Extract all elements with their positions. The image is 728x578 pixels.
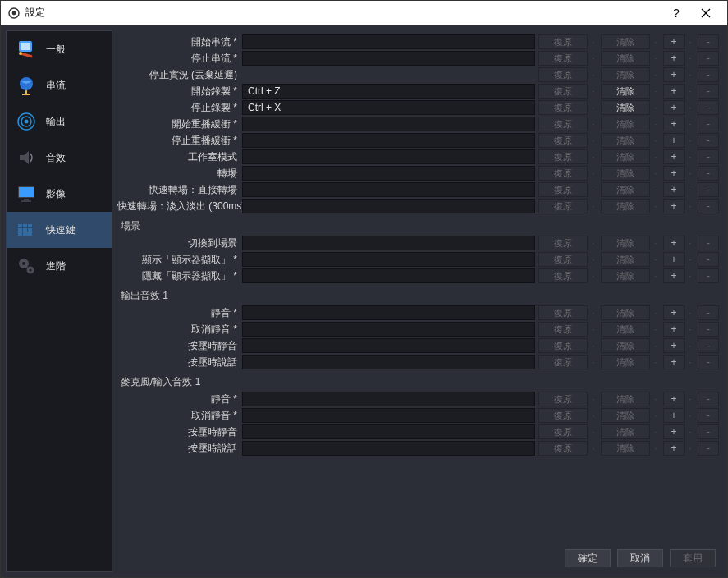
remove-button[interactable]: - xyxy=(698,166,719,181)
clear-button[interactable]: 清除 xyxy=(601,355,650,369)
undo-button[interactable]: 復原 xyxy=(538,199,588,213)
add-button[interactable]: + xyxy=(663,424,685,439)
hotkey-input[interactable] xyxy=(242,149,535,164)
undo-button[interactable]: 復原 xyxy=(538,84,588,99)
clear-button[interactable]: 清除 xyxy=(601,424,650,439)
hotkey-input[interactable] xyxy=(242,51,535,66)
add-button[interactable]: + xyxy=(663,441,685,456)
undo-button[interactable]: 復原 xyxy=(538,34,588,49)
add-button[interactable]: + xyxy=(663,392,685,406)
hotkey-input[interactable] xyxy=(242,100,535,115)
cancel-button[interactable]: 取消 xyxy=(617,549,663,567)
remove-button[interactable]: - xyxy=(698,199,719,213)
sidebar-item-general[interactable]: 一般 xyxy=(7,31,112,67)
add-button[interactable]: + xyxy=(663,182,685,197)
add-button[interactable]: + xyxy=(663,100,685,115)
undo-button[interactable]: 復原 xyxy=(538,166,588,181)
clear-button[interactable]: 清除 xyxy=(601,305,650,320)
add-button[interactable]: + xyxy=(663,149,685,164)
add-button[interactable]: + xyxy=(663,51,685,66)
clear-button[interactable]: 清除 xyxy=(601,182,650,197)
undo-button[interactable]: 復原 xyxy=(538,424,588,439)
remove-button[interactable]: - xyxy=(698,100,719,115)
clear-button[interactable]: 清除 xyxy=(601,236,650,250)
undo-button[interactable]: 復原 xyxy=(538,338,588,353)
hotkeys-scroll[interactable]: 開始串流 *復原·清除·+·-停止串流 *復原·清除·+·-停止實況 (丟棄延遲… xyxy=(117,30,722,544)
clear-button[interactable]: 清除 xyxy=(601,133,650,148)
remove-button[interactable]: - xyxy=(698,133,719,148)
add-button[interactable]: + xyxy=(663,338,685,353)
hotkey-input[interactable] xyxy=(242,34,535,49)
remove-button[interactable]: - xyxy=(698,338,719,353)
remove-button[interactable]: - xyxy=(698,408,719,423)
add-button[interactable]: + xyxy=(663,166,685,181)
clear-button[interactable]: 清除 xyxy=(601,322,650,337)
hotkey-input[interactable] xyxy=(242,236,535,250)
sidebar-item-hotkeys[interactable]: 快速鍵 xyxy=(7,212,112,248)
undo-button[interactable]: 復原 xyxy=(538,252,588,267)
add-button[interactable]: + xyxy=(663,305,685,320)
undo-button[interactable]: 復原 xyxy=(538,305,588,320)
hotkey-input[interactable] xyxy=(242,322,535,337)
clear-button[interactable]: 清除 xyxy=(601,441,650,456)
clear-button[interactable]: 清除 xyxy=(601,100,650,115)
clear-button[interactable]: 清除 xyxy=(601,117,650,131)
sidebar-item-video[interactable]: 影像 xyxy=(7,176,112,212)
hotkey-input[interactable] xyxy=(242,408,535,423)
remove-button[interactable]: - xyxy=(698,236,719,250)
hotkey-input[interactable] xyxy=(242,84,535,99)
add-button[interactable]: + xyxy=(663,199,685,213)
remove-button[interactable]: - xyxy=(698,252,719,267)
hotkey-input[interactable] xyxy=(242,252,535,267)
remove-button[interactable]: - xyxy=(698,424,719,439)
add-button[interactable]: + xyxy=(663,117,685,131)
clear-button[interactable]: 清除 xyxy=(601,338,650,353)
clear-button[interactable]: 清除 xyxy=(601,149,650,164)
undo-button[interactable]: 復原 xyxy=(538,322,588,337)
clear-button[interactable]: 清除 xyxy=(601,51,650,66)
remove-button[interactable]: - xyxy=(698,149,719,164)
add-button[interactable]: + xyxy=(663,408,685,423)
undo-button[interactable]: 復原 xyxy=(538,182,588,197)
clear-button[interactable]: 清除 xyxy=(601,67,650,82)
remove-button[interactable]: - xyxy=(698,182,719,197)
clear-button[interactable]: 清除 xyxy=(601,252,650,267)
remove-button[interactable]: - xyxy=(698,322,719,337)
remove-button[interactable]: - xyxy=(698,392,719,406)
add-button[interactable]: + xyxy=(663,133,685,148)
hotkey-input[interactable] xyxy=(242,268,535,283)
sidebar-item-stream[interactable]: 串流 xyxy=(7,67,112,103)
add-button[interactable]: + xyxy=(663,322,685,337)
remove-button[interactable]: - xyxy=(698,117,719,131)
add-button[interactable]: + xyxy=(663,252,685,267)
undo-button[interactable]: 復原 xyxy=(538,149,588,164)
ok-button[interactable]: 確定 xyxy=(565,549,611,567)
undo-button[interactable]: 復原 xyxy=(538,133,588,148)
remove-button[interactable]: - xyxy=(698,305,719,320)
remove-button[interactable]: - xyxy=(698,34,719,49)
clear-button[interactable]: 清除 xyxy=(601,84,650,99)
help-button[interactable]: ? xyxy=(662,2,691,25)
apply-button[interactable]: 套用 xyxy=(670,549,716,567)
hotkey-input[interactable] xyxy=(242,199,535,213)
undo-button[interactable]: 復原 xyxy=(538,236,588,250)
add-button[interactable]: + xyxy=(663,34,685,49)
hotkey-input[interactable] xyxy=(242,182,535,197)
remove-button[interactable]: - xyxy=(698,67,719,82)
clear-button[interactable]: 清除 xyxy=(601,166,650,181)
hotkey-input[interactable] xyxy=(242,305,535,320)
undo-button[interactable]: 復原 xyxy=(538,268,588,283)
clear-button[interactable]: 清除 xyxy=(601,268,650,283)
hotkey-input[interactable] xyxy=(242,392,535,406)
hotkey-input[interactable] xyxy=(242,166,535,181)
hotkey-input[interactable] xyxy=(242,338,535,353)
undo-button[interactable]: 復原 xyxy=(538,100,588,115)
hotkey-input[interactable] xyxy=(242,355,535,369)
remove-button[interactable]: - xyxy=(698,51,719,66)
hotkey-input[interactable] xyxy=(242,441,535,456)
undo-button[interactable]: 復原 xyxy=(538,392,588,406)
add-button[interactable]: + xyxy=(663,67,685,82)
undo-button[interactable]: 復原 xyxy=(538,67,588,82)
undo-button[interactable]: 復原 xyxy=(538,408,588,423)
hotkey-input[interactable] xyxy=(242,133,535,148)
